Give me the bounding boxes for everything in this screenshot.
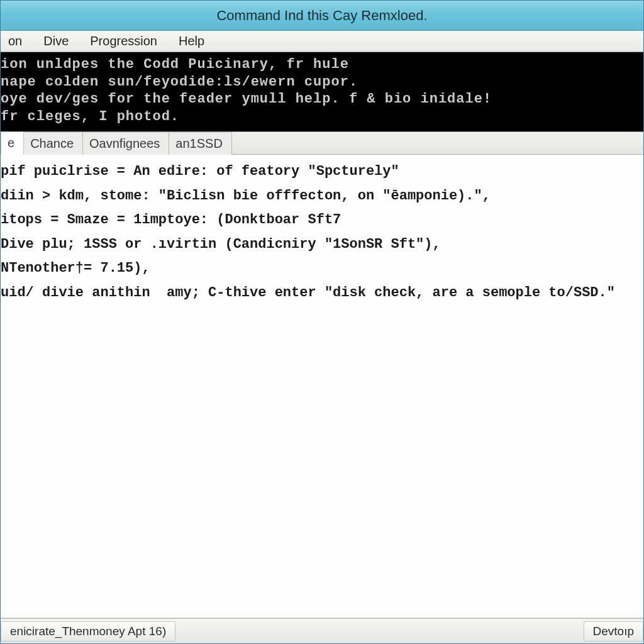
menu-progression[interactable]: Progression	[86, 31, 161, 51]
menu-on[interactable]: on	[4, 31, 26, 51]
editor-line: Dive plu; 1SSS or .ıvirtin (Candicniry "…	[1, 236, 441, 252]
console-line: oye dev/ges for the feader ymull help. f…	[1, 91, 492, 107]
editor-line: itops = Smaze = 1imptoye: (Donktboar Sft…	[1, 212, 341, 228]
titlebar[interactable]: Command Ind this Cay Remxloed.	[1, 1, 643, 31]
editor-line: diin > kdm, stome: "Biclisn bie offfecto…	[1, 188, 491, 204]
tab-oavnfignees[interactable]: Oavnfignees	[83, 132, 169, 155]
console-line: ion unldpes the Codd Puicinary, fr hule	[1, 57, 349, 72]
menu-help[interactable]: Help	[175, 31, 208, 51]
tab-e[interactable]: e	[1, 131, 24, 155]
tabstrip: e Chance Oavnfignees an1SSD	[1, 132, 643, 155]
console-line: nape colden sun/feyodide:ls/ewern cupor.	[1, 74, 358, 90]
console-output: ion unldpes the Codd Puicinary, fr hule …	[1, 52, 643, 132]
window-title: Command Ind this Cay Remxloed.	[216, 8, 427, 24]
console-line: fr cleges, I photod.	[1, 109, 179, 125]
menubar: on Dive Progression Help	[1, 31, 643, 52]
tab-chance[interactable]: Chance	[24, 132, 83, 155]
statusbar: enicirate_Thenmoney Apt 16) Devtoıp	[1, 618, 643, 643]
status-right-panel[interactable]: Devtoıp	[584, 621, 643, 641]
status-left-panel[interactable]: enicirate_Thenmoney Apt 16)	[1, 621, 175, 641]
editor-pane[interactable]: pif puiclrise = An edire: of featory "Sp…	[1, 155, 643, 618]
editor-line: pif puiclrise = An edire: of featory "Sp…	[1, 164, 399, 179]
tab-an1ssd[interactable]: an1SSD	[169, 132, 232, 155]
editor-line: uid/ divie anithin amy; C-thive enter "d…	[1, 285, 615, 301]
app-window: Command Ind this Cay Remxloed. on Dive P…	[0, 0, 644, 644]
editor-line: NTenother†= 7.15),	[1, 260, 150, 276]
menu-dive[interactable]: Dive	[40, 31, 72, 51]
